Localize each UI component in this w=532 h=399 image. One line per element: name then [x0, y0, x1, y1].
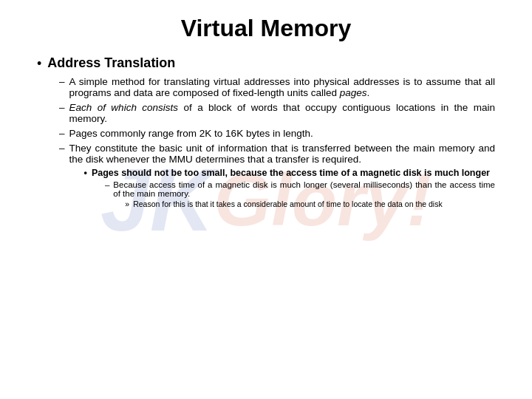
bullet2-icon: •: [84, 168, 87, 178]
page-title: Virtual Memory: [37, 15, 495, 42]
dash-item-4: – They constitute the basic unit of info…: [59, 143, 495, 214]
dash-item-1: – A simple method for translating virtua…: [59, 76, 495, 98]
level4-list: » Reason for this is that it takes a con…: [125, 200, 495, 208]
level3-list: – Because access time of a magnetic disk…: [105, 180, 495, 208]
dash-item-3: – Pages commonly range from 2K to 16K by…: [59, 128, 495, 139]
level3-item-1: – Because access time of a magnetic disk…: [105, 180, 495, 208]
dash-icon-2: –: [59, 102, 65, 113]
dash-text-4: They constitute the basic unit of inform…: [69, 143, 495, 214]
dash3-icon: –: [105, 180, 109, 189]
dash-text-2: Each of which consists of a block of wor…: [69, 102, 495, 124]
dash-icon-1: –: [59, 76, 65, 87]
level2-list: • Pages should not be too small, because…: [84, 168, 495, 211]
level2-text-1: Pages should not be too small, because t…: [92, 168, 495, 211]
arrow4-icon: »: [125, 200, 129, 208]
dash-text-1: A simple method for translating virtual …: [69, 76, 495, 98]
level4-item-1: » Reason for this is that it takes a con…: [125, 200, 495, 208]
level2-item-1: • Pages should not be too small, because…: [84, 168, 495, 211]
level4-text-1: Reason for this is that it takes a consi…: [133, 200, 495, 208]
dash-icon-4: –: [59, 143, 65, 154]
page-content: Virtual Memory • Address Translation – A…: [0, 0, 532, 232]
sub-list: – A simple method for translating virtua…: [59, 76, 495, 214]
dash-item-2: – Each of which consists of a block of w…: [59, 102, 495, 124]
section-heading: Address Translation: [47, 55, 175, 71]
bullet-dot: •: [37, 56, 41, 72]
dash-text-3: Pages commonly range from 2K to 16K byte…: [69, 128, 495, 139]
level3-text-1: Because access time of a magnetic disk i…: [113, 180, 495, 208]
dash-icon-3: –: [59, 128, 65, 139]
main-bullet-address-translation: • Address Translation: [37, 55, 495, 72]
